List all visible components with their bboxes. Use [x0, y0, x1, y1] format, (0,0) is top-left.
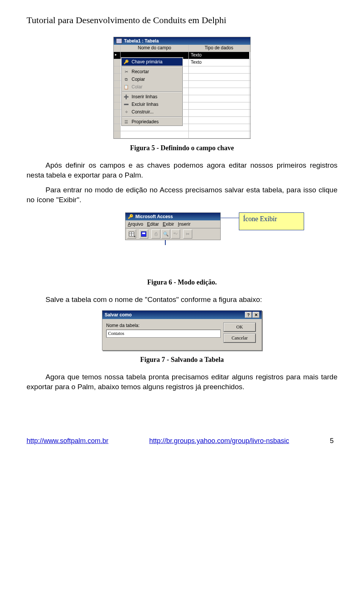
column-header-tipo: Tipo de dados	[189, 45, 249, 52]
figure7-titlebar: Salvar como ? ✕	[102, 311, 262, 319]
page-number: 5	[330, 437, 334, 445]
figure5-access-table: Tabela1 : Tabela Nome do campo Tipo de d…	[113, 37, 251, 139]
footer-link-2[interactable]: http://br.groups.yahoo.com/group/livro-n…	[149, 437, 289, 445]
menu-editar[interactable]: Editar	[147, 222, 159, 227]
spellcheck-button[interactable]: ᴬᴮ✓	[171, 229, 180, 239]
figure5-title-text: Tabela1 : Tabela	[124, 38, 159, 44]
access-key-icon: 🔑	[128, 214, 133, 219]
figure6-titlebar: 🔑 Microsoft Access	[126, 213, 220, 220]
abc-check-icon: ᴬᴮ✓	[173, 232, 178, 236]
ctx-primary-key[interactable]: 🔑 Chave primária	[122, 58, 182, 66]
toolbar: ⎙ 🔍 ᴬᴮ✓ ✂	[126, 228, 220, 240]
scissors-icon: ✂	[123, 69, 129, 75]
figure6-access-toolbar: 🔑 Microsoft Access Arquivo Editar Exibir…	[125, 212, 221, 240]
ctx-properties[interactable]: ☰ Propriedades	[122, 118, 182, 126]
paragraph-2: Para entrar no modo de edição no Access …	[27, 185, 337, 204]
cut-button[interactable]: ✂	[183, 229, 192, 239]
row-selector[interactable]	[114, 52, 121, 59]
preview-button[interactable]: 🔍	[161, 229, 170, 239]
figure6-caption: Figura 6 - Modo edição.	[27, 278, 337, 286]
row-gutter-header	[114, 45, 121, 52]
menu-bar: Arquivo Editar Exibir Inserir	[126, 220, 220, 228]
datasheet-icon	[116, 38, 122, 44]
cell-tipo-1[interactable]: Texto	[189, 52, 249, 59]
menu-exibir[interactable]: Exibir	[163, 222, 174, 227]
save-button[interactable]	[139, 229, 148, 239]
menu-arquivo[interactable]: Arquivo	[128, 222, 143, 227]
printer-icon: ⎙	[155, 231, 157, 237]
copy-icon: ⧉	[123, 76, 129, 82]
properties-icon: ☰	[123, 119, 129, 125]
menu-inserir[interactable]: Inserir	[178, 222, 190, 227]
table-name-label: Nome da tabela:	[106, 323, 221, 328]
help-button[interactable]: ?	[245, 312, 252, 318]
column-header-nome: Nome do campo	[121, 45, 189, 52]
ctx-build[interactable]: ✧ Construir...	[122, 108, 182, 116]
table-name-input[interactable]	[106, 330, 221, 338]
cell-tipo-2[interactable]: Texto	[189, 59, 249, 66]
scissors-icon: ✂	[186, 231, 190, 237]
key-icon: 🔑	[123, 59, 129, 65]
ctx-cut[interactable]: ✂ Recortar	[122, 68, 182, 75]
delete-row-icon: ➖	[123, 101, 129, 107]
context-menu: 🔑 Chave primária ✂ Recortar ⧉ Copiar 📋 C…	[121, 58, 183, 126]
ctx-delete-rows[interactable]: ➖ Excluir linhas	[122, 101, 182, 108]
callout-exibir: Ícone Exibir	[239, 212, 304, 230]
figure5-caption: Figura 5 - Definindo o campo chave	[27, 144, 337, 152]
cancel-button[interactable]: Cancelar	[224, 334, 256, 343]
figure7-save-dialog: Salvar como ? ✕ Nome da tabela: OK Cance…	[102, 310, 262, 351]
figure5-titlebar: Tabela1 : Tabela	[114, 37, 250, 45]
datasheet-view-icon	[129, 232, 134, 236]
paste-icon: 📋	[123, 84, 129, 90]
footer-link-1[interactable]: http://www.softpalm.com.br	[27, 437, 108, 445]
close-button[interactable]: ✕	[253, 312, 259, 318]
paragraph-3: Salve a tabela com o nome de "Contatos" …	[27, 295, 337, 305]
ctx-copy[interactable]: ⧉ Copiar	[122, 75, 182, 83]
ctx-insert-rows[interactable]: ➕ Inserir linhas	[122, 93, 182, 101]
page-header-title: Tutorial para Desenvolvimento de Conduit…	[27, 15, 337, 25]
print-button[interactable]: ⎙	[151, 229, 160, 239]
ok-button[interactable]: OK	[224, 323, 256, 332]
view-button[interactable]	[127, 229, 136, 239]
figure7-caption: Figura 7 - Salvando a Tabela	[27, 356, 337, 364]
paragraph-4: Agora que temos nossa tabela pronta prec…	[27, 372, 337, 391]
floppy-icon	[141, 231, 146, 237]
wand-icon: ✧	[123, 109, 129, 115]
paragraph-1: Após definir os campos e as chaves podem…	[27, 160, 337, 180]
magnifier-icon: 🔍	[163, 231, 169, 237]
page-footer: http://www.softpalm.com.br http://br.gro…	[27, 437, 337, 445]
ctx-paste: 📋 Colar	[122, 83, 182, 91]
insert-row-icon: ➕	[123, 94, 129, 100]
row-selector[interactable]	[114, 59, 121, 66]
